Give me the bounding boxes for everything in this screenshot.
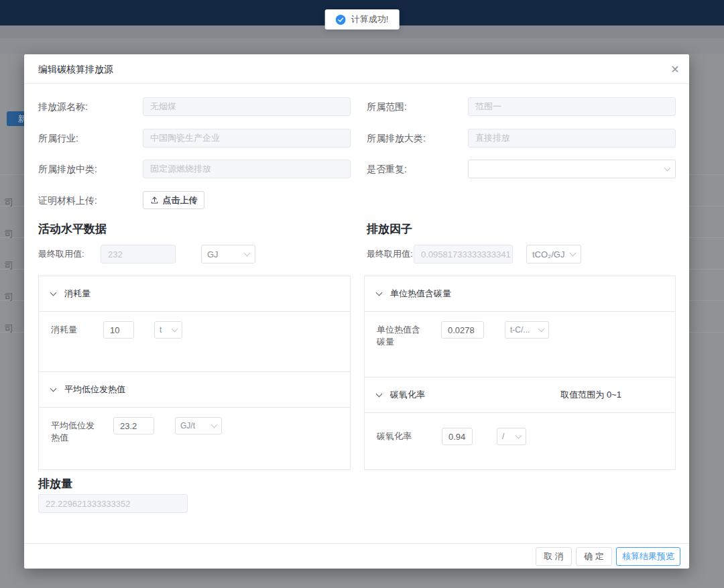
factor-final-value-input: 0.09581733333333341: [414, 245, 513, 263]
background-row-fragment: 司: [5, 196, 13, 209]
chevron-down-icon: [538, 325, 545, 332]
oxidation-rate-unit-value: /: [502, 432, 504, 441]
oxidation-rate-panel-body: 碳氧化率 0.94 /: [365, 413, 675, 455]
heating-value-panel-body: 平均低位发热值 23.2 GJ/t: [39, 408, 350, 453]
scope-label: 所属范围:: [367, 97, 407, 116]
activity-final-value-input: 232: [101, 245, 176, 263]
oxidation-rate-panel-header[interactable]: 碳氧化率 取值范围为 0~1: [365, 377, 675, 413]
factor-final-unit-select[interactable]: tCO₂/GJ: [526, 245, 581, 263]
source-name-label: 排放源名称:: [38, 97, 88, 116]
consumption-field-label: 消耗量: [51, 321, 98, 336]
emission-major-category-label: 所属排放大类:: [367, 129, 426, 148]
heating-value-panel-header[interactable]: 平均低位发热值: [39, 372, 350, 408]
carbon-content-field-label: 单位热值含碳量: [377, 321, 424, 348]
heating-value-panel: 平均低位发热值 平均低位发热值 23.2 GJ/t: [38, 371, 351, 470]
duplicate-select[interactable]: [468, 160, 676, 178]
industry-input: 中国陶瓷生产企业: [143, 129, 351, 148]
upload-button[interactable]: 点击上传: [143, 191, 204, 209]
edit-emission-source-dialog: 编辑碳核算排放源 ✕ 排放源名称: 无烟煤 所属范围: 范围一 所属行业: 中国…: [24, 54, 689, 569]
background-row-fragment: 司: [5, 259, 13, 272]
consumption-panel-body: 消耗量 10 t: [39, 312, 350, 348]
industry-label: 所属行业:: [38, 129, 78, 148]
chevron-down-icon: [516, 432, 522, 438]
background-row-fragment: 司: [5, 228, 13, 240]
carbon-content-panel-header[interactable]: 单位热值含碳量: [365, 276, 675, 312]
activity-final-value-label: 最终取用值:: [38, 245, 84, 263]
close-icon[interactable]: ✕: [668, 62, 682, 76]
upload-label: 证明材料上传:: [38, 191, 97, 210]
activity-final-unit-select[interactable]: GJ: [201, 245, 255, 263]
activity-final-unit-value: GJ: [207, 249, 219, 259]
consumption-unit-value: t: [160, 325, 162, 335]
success-toast: 计算成功!: [325, 9, 400, 30]
consumption-panel-header[interactable]: 消耗量: [39, 276, 350, 312]
emission-mid-category-input: 固定源燃烧排放: [143, 160, 351, 178]
oxidation-rate-field-label: 碳氧化率: [377, 428, 424, 443]
oxidation-rate-input[interactable]: 0.94: [442, 428, 473, 445]
oxidation-rate-panel-title: 碳氧化率: [390, 389, 425, 401]
heating-value-unit-select[interactable]: GJ/t: [175, 417, 222, 434]
upload-icon: [150, 196, 159, 204]
background-row-fragment: 司: [5, 291, 13, 303]
dialog-header: 编辑碳核算排放源 ✕: [24, 54, 689, 84]
heating-value-input[interactable]: 23.2: [113, 417, 154, 434]
chevron-down-icon: [211, 421, 218, 428]
carbon-content-unit-value: t-C/...: [510, 325, 530, 335]
chevron-down-icon: [664, 164, 671, 171]
oxidation-rate-unit-select[interactable]: /: [497, 428, 526, 445]
consumption-unit-select[interactable]: t: [154, 321, 182, 339]
oxidation-range-note: 取值范围为 0~1: [560, 389, 663, 401]
chevron-down-icon: [570, 249, 577, 256]
consumption-input[interactable]: 10: [103, 321, 134, 339]
cancel-button[interactable]: 取 消: [536, 547, 572, 566]
emission-major-category-input: 直接排放: [468, 129, 676, 148]
check-circle-icon: [336, 15, 346, 25]
carbon-content-input[interactable]: 0.0278: [441, 321, 484, 339]
factor-final-unit-value: tCO₂/GJ: [532, 249, 564, 259]
emission-amount-section-title: 排放量: [38, 476, 72, 491]
upload-button-label: 点击上传: [163, 194, 198, 207]
heating-value-panel-title: 平均低位发热值: [64, 384, 125, 396]
duplicate-label: 是否重复:: [367, 160, 407, 178]
source-name-input: 无烟煤: [143, 97, 351, 116]
result-preview-button[interactable]: 核算结果预览: [616, 547, 680, 566]
carbon-content-panel: 单位热值含碳量 单位热值含碳量 0.0278 t-C/...: [364, 276, 676, 377]
heating-value-field-label: 平均低位发热值: [51, 417, 98, 444]
emission-factor-section-title: 排放因子: [367, 221, 412, 237]
background-subheader-band: [0, 38, 724, 54]
consumption-panel: 消耗量 消耗量 10 t: [38, 276, 351, 372]
factor-final-value-label: 最终取用值:: [367, 245, 413, 263]
background-row-fragment: 司: [5, 322, 13, 335]
dialog-title: 编辑碳核算排放源: [38, 64, 113, 76]
chevron-down-icon: [172, 325, 178, 332]
activity-data-section-title: 活动水平数据: [38, 221, 107, 237]
collapse-arrow-icon: [376, 289, 383, 296]
scope-input: 范围一: [468, 97, 676, 116]
emission-mid-category-label: 所属排放中类:: [38, 160, 97, 178]
carbon-content-panel-title: 单位热值含碳量: [390, 288, 451, 300]
chevron-down-icon: [244, 249, 251, 256]
collapse-arrow-icon: [376, 390, 383, 397]
collapse-arrow-icon: [50, 289, 57, 296]
emission-amount-input: 22.229621333333352: [38, 494, 188, 513]
toast-message: 计算成功!: [351, 13, 389, 25]
carbon-content-panel-body: 单位热值含碳量 0.0278 t-C/...: [365, 312, 675, 357]
confirm-button[interactable]: 确 定: [576, 547, 612, 566]
dialog-footer: 取 消 确 定 核算结果预览: [24, 543, 689, 569]
carbon-content-unit-select[interactable]: t-C/...: [505, 321, 549, 339]
heating-value-unit-value: GJ/t: [180, 421, 195, 430]
consumption-panel-title: 消耗量: [64, 288, 90, 300]
oxidation-rate-panel: 碳氧化率 取值范围为 0~1 碳氧化率 0.94 /: [364, 377, 676, 470]
collapse-arrow-icon: [50, 385, 57, 392]
